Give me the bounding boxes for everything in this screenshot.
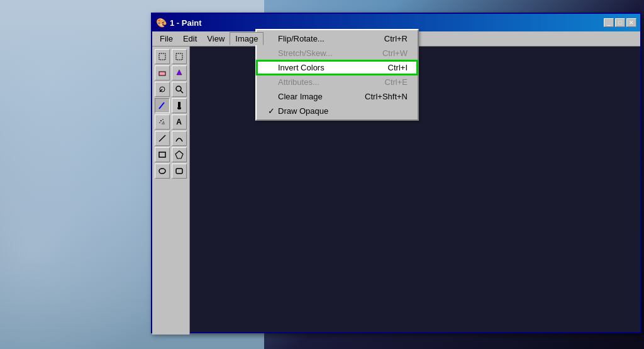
svg-point-11: [162, 119, 164, 120]
tool-fill[interactable]: [172, 65, 187, 80]
menu-item-stretch-skew[interactable]: Stretch/Skew... Ctrl+W: [257, 46, 418, 60]
clear-image-label: Clear Image: [278, 92, 352, 101]
svg-point-5: [176, 86, 181, 91]
tool-zoom[interactable]: [172, 82, 187, 97]
paint-window: 🎨 1 - Paint _ □ ✕ File Edit View Image C…: [151, 13, 641, 333]
tool-line[interactable]: [155, 131, 170, 146]
tool-rect[interactable]: [155, 147, 170, 162]
checkmark-draw-opaque: ✓: [267, 106, 275, 116]
minimize-button[interactable]: _: [604, 18, 614, 27]
svg-point-9: [177, 107, 181, 109]
svg-line-6: [180, 91, 183, 93]
svg-point-10: [160, 120, 162, 121]
svg-rect-8: [178, 102, 180, 107]
tool-pencil[interactable]: [155, 98, 170, 113]
svg-rect-16: [159, 152, 165, 157]
menu-item-draw-opaque[interactable]: ✓ Draw Opaque: [257, 104, 418, 118]
menu-edit[interactable]: Edit: [178, 33, 202, 45]
tool-text[interactable]: A: [172, 114, 187, 130]
svg-line-15: [159, 135, 165, 141]
svg-marker-0: [159, 53, 165, 60]
tool-select-free[interactable]: [155, 49, 170, 64]
menu-item-clear-image[interactable]: Clear Image Ctrl+Shft+N: [257, 89, 418, 104]
menu-image[interactable]: Image: [230, 32, 264, 45]
window-title: 1 - Paint: [170, 18, 604, 28]
stretch-skew-label: Stretch/Skew...: [278, 48, 370, 58]
tool-brush[interactable]: [172, 98, 187, 113]
menu-view[interactable]: View: [202, 33, 230, 45]
svg-rect-2: [159, 72, 165, 75]
invert-colors-label: Invert Colors: [278, 63, 375, 72]
menu-item-attributes[interactable]: Attributes... Ctrl+E: [257, 75, 418, 89]
attributes-shortcut: Ctrl+E: [385, 77, 408, 87]
svg-rect-1: [176, 53, 182, 60]
tool-polygon[interactable]: [172, 147, 187, 162]
svg-marker-17: [175, 151, 183, 158]
attributes-label: Attributes...: [278, 77, 372, 87]
menu-item-invert-colors[interactable]: Invert Colors Ctrl+I: [257, 60, 418, 75]
window-controls: _ □ ✕: [604, 18, 636, 27]
svg-point-18: [159, 169, 165, 174]
svg-point-12: [159, 122, 160, 123]
svg-line-7: [159, 102, 164, 109]
tool-airbrush[interactable]: [155, 114, 170, 130]
stretch-skew-shortcut: Ctrl+W: [382, 48, 408, 58]
maximize-button[interactable]: □: [615, 18, 625, 27]
tool-colorpick[interactable]: [155, 82, 170, 97]
image-menu-dropdown: Flip/Rotate... Ctrl+R Stretch/Skew... Ct…: [255, 29, 419, 121]
svg-rect-19: [176, 169, 182, 174]
toolbar: A: [152, 47, 190, 335]
flip-rotate-label: Flip/Rotate...: [278, 34, 372, 43]
app-icon: 🎨: [156, 18, 166, 28]
tool-select-rect[interactable]: [172, 49, 187, 64]
tool-curve[interactable]: [172, 131, 187, 146]
tool-eraser[interactable]: [155, 65, 170, 80]
invert-colors-shortcut: Ctrl+I: [388, 63, 408, 72]
close-button[interactable]: ✕: [626, 18, 636, 27]
tool-rounded-rect[interactable]: [172, 163, 187, 179]
menu-file[interactable]: File: [155, 33, 178, 45]
flip-rotate-shortcut: Ctrl+R: [384, 34, 408, 43]
svg-point-13: [163, 121, 164, 123]
menu-item-flip-rotate[interactable]: Flip/Rotate... Ctrl+R: [257, 31, 418, 46]
tool-ellipse[interactable]: [155, 163, 170, 179]
svg-rect-14: [162, 123, 165, 125]
clear-image-shortcut: Ctrl+Shft+N: [365, 92, 408, 101]
draw-opaque-label: Draw Opaque: [278, 106, 395, 116]
